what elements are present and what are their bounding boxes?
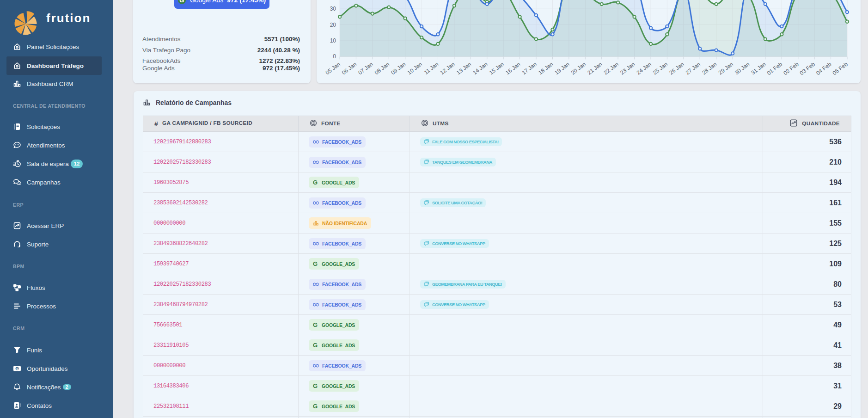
svg-text:10: 10 [330,37,336,44]
svg-text:02 Feb: 02 Feb [782,61,800,76]
svg-text:04 Feb: 04 Feb [815,61,833,76]
svg-text:30: 30 [330,6,336,12]
svg-text:0: 0 [333,53,336,60]
svg-text:27 Jan: 27 Jan [685,61,702,76]
svg-text:24 Jan: 24 Jan [636,61,653,76]
svg-text:18 Jan: 18 Jan [537,61,554,76]
svg-text:07 Jan: 07 Jan [357,61,374,76]
svg-text:17 Jan: 17 Jan [521,61,538,76]
svg-text:03 Feb: 03 Feb [799,61,817,76]
svg-text:31 Jan: 31 Jan [750,61,767,76]
svg-text:05 Feb: 05 Feb [831,61,850,76]
svg-text:20: 20 [330,22,336,28]
svg-text:21 Jan: 21 Jan [586,61,603,76]
svg-text:09 Jan: 09 Jan [390,61,407,76]
svg-text:10 Jan: 10 Jan [406,61,423,76]
svg-text:16 Jan: 16 Jan [504,61,521,76]
svg-text:20 Jan: 20 Jan [570,61,587,76]
svg-text:25 Jan: 25 Jan [652,61,669,76]
svg-text:28 Jan: 28 Jan [701,61,718,76]
svg-text:22 Jan: 22 Jan [603,61,620,76]
svg-text:15 Jan: 15 Jan [488,61,505,76]
svg-text:11 Jan: 11 Jan [423,61,440,76]
svg-text:23 Jan: 23 Jan [619,61,636,76]
svg-text:13 Jan: 13 Jan [455,61,472,76]
svg-text:08 Jan: 08 Jan [373,61,391,76]
svg-text:30 Jan: 30 Jan [734,61,751,76]
svg-text:01 Feb: 01 Feb [766,61,784,76]
svg-text:19 Jan: 19 Jan [554,61,571,76]
svg-text:14 Jan: 14 Jan [471,61,489,76]
svg-text:05 Jan: 05 Jan [324,61,342,76]
svg-text:06 Jan: 06 Jan [341,61,358,76]
svg-text:12 Jan: 12 Jan [439,61,456,76]
svg-text:26 Jan: 26 Jan [668,61,685,76]
svg-text:29 Jan: 29 Jan [717,61,734,76]
